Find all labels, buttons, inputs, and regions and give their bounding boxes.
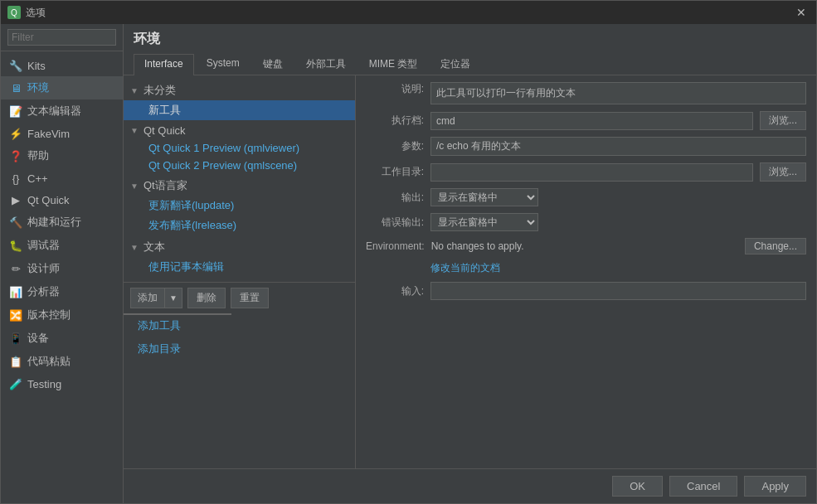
workdir-row: 工作目录: 浏览... — [366, 162, 806, 182]
tree-section-header-qtquick[interactable]: ▼ Qt Quick — [124, 122, 355, 139]
tree-arrow-linguist: ▼ — [130, 182, 140, 191]
tab-system[interactable]: System — [196, 53, 250, 75]
sidebar-item-label-analyzer: 分析器 — [27, 284, 60, 299]
error-row: 错误输出: 显示在窗格中 — [366, 213, 806, 231]
close-button[interactable]: ✕ — [793, 4, 810, 21]
tree-section-header-unclassified[interactable]: ▼ 未分类 — [124, 80, 355, 100]
output-label: 输出: — [366, 191, 424, 205]
tree-arrow-text: ▼ — [130, 243, 140, 252]
sidebar-item-label-codepaste: 代码粘贴 — [27, 354, 71, 369]
description-row: 说明: 此工具可以打印一行有用的文本 — [366, 82, 806, 104]
tree-section-label-unclassified: 未分类 — [143, 83, 176, 98]
devices-icon: 📱 — [9, 332, 22, 345]
tree-section-header-text[interactable]: ▼ 文本 — [124, 237, 355, 257]
page-title: 环境 — [134, 31, 806, 48]
tab-interface[interactable]: Interface — [134, 54, 194, 75]
tree-section-label-qtquick: Qt Quick — [143, 124, 186, 137]
qtquick-icon: ▶ — [9, 193, 22, 206]
args-value[interactable]: /c echo 有用的文本 — [430, 137, 806, 156]
sidebar-item-build[interactable]: 🔨 构建和运行 — [1, 211, 123, 234]
input-label: 输入: — [366, 284, 424, 298]
error-select[interactable]: 显示在窗格中 — [430, 213, 538, 231]
tab-mime[interactable]: MIME 类型 — [358, 53, 429, 75]
args-text: /c echo 有用的文本 — [436, 139, 521, 153]
tree-item-newtool[interactable]: 新工具 — [124, 100, 355, 120]
tab-keyboard[interactable]: 键盘 — [252, 53, 294, 75]
sidebar-item-help[interactable]: ❓ 帮助 — [1, 144, 123, 167]
debugger-icon: 🐛 — [9, 239, 22, 252]
sidebar-item-label-qtquick: Qt Quick — [27, 194, 70, 206]
input-row: 输入: — [366, 282, 806, 300]
sidebar-item-fakevim[interactable]: ⚡ FakeVim — [1, 123, 123, 144]
kits-icon: 🔧 — [9, 59, 22, 72]
cpp-icon: {} — [9, 172, 22, 185]
tab-external[interactable]: 外部工具 — [295, 53, 357, 75]
content-body: ▼ 未分类 新工具 ▼ Qt Quick Qt Quick 1 Preview … — [124, 75, 816, 468]
dialog-footer: OK Cancel Apply — [124, 468, 816, 503]
dropdown-item-addtool[interactable]: 添加工具 — [124, 314, 231, 337]
env-icon: 🖥 — [9, 81, 22, 94]
content-area: 环境 Interface System 键盘 外部工具 MIME 类型 定位器 — [124, 24, 816, 503]
sidebar-filter-area — [1, 24, 123, 51]
input-field[interactable] — [430, 282, 806, 300]
change-button[interactable]: Change... — [745, 238, 806, 254]
output-select[interactable]: 显示在窗格中 — [430, 188, 538, 206]
tab-locator[interactable]: 定位器 — [430, 53, 481, 75]
browse-button-1[interactable]: 浏览... — [760, 111, 806, 130]
description-label: 说明: — [366, 82, 424, 96]
add-button-main[interactable]: 添加 — [130, 288, 164, 308]
analyzer-icon: 📊 — [9, 285, 22, 298]
dropdown-item-adddir[interactable]: 添加目录 — [124, 337, 231, 361]
codepaste-icon: 📋 — [9, 355, 22, 368]
tree-footer-wrapper: 添加工具 添加目录 添加 ▼ 删除 重置 — [124, 282, 355, 313]
sidebar-item-qtquick[interactable]: ▶ Qt Quick — [1, 189, 123, 211]
executable-value[interactable]: cmd — [430, 112, 753, 130]
sidebar-item-env[interactable]: 🖥 环境 — [1, 76, 123, 99]
modify-link[interactable]: 修改当前的文档 — [430, 262, 500, 274]
tree-section-linguist: ▼ Qt语言家 更新翻译(lupdate) 发布翻译(lrelease) — [124, 176, 355, 235]
sidebar-item-vcs[interactable]: 🔀 版本控制 — [1, 303, 123, 327]
sidebar-item-cpp[interactable]: {} C++ — [1, 167, 123, 189]
executable-label: 执行档: — [366, 114, 424, 128]
tree-item-lupdate[interactable]: 更新翻译(lupdate) — [124, 196, 355, 216]
sidebar-item-editor[interactable]: 📝 文本编辑器 — [1, 99, 123, 123]
reset-button[interactable]: 重置 — [231, 288, 269, 308]
output-row: 输出: 显示在窗格中 — [366, 188, 806, 206]
delete-button[interactable]: 删除 — [187, 288, 226, 308]
sidebar-item-testing[interactable]: 🧪 Testing — [1, 373, 123, 395]
sidebar-item-codepaste[interactable]: 📋 代码粘贴 — [1, 350, 123, 373]
tree-item-lrelease[interactable]: 发布翻译(lrelease) — [124, 216, 355, 235]
content-header: 环境 Interface System 键盘 外部工具 MIME 类型 定位器 — [124, 24, 816, 75]
add-split-button: 添加 ▼ — [130, 288, 182, 308]
error-label: 错误输出: — [366, 216, 424, 230]
sidebar-item-devices[interactable]: 📱 设备 — [1, 327, 123, 350]
sidebar-item-analyzer[interactable]: 📊 分析器 — [1, 280, 123, 303]
tree-section-header-linguist[interactable]: ▼ Qt语言家 — [124, 176, 355, 196]
vcs-icon: 🔀 — [9, 308, 22, 322]
workdir-value[interactable] — [430, 163, 753, 182]
sidebar-item-debugger[interactable]: 🐛 调试器 — [1, 234, 123, 257]
apply-button[interactable]: Apply — [744, 476, 806, 497]
help-icon: ❓ — [9, 149, 22, 162]
tree-item-qtquick1[interactable]: Qt Quick 1 Preview (qmlviewer) — [124, 139, 355, 157]
add-button-arrow[interactable]: ▼ — [164, 288, 182, 308]
browse-button-2[interactable]: 浏览... — [760, 162, 806, 182]
details-panel: 说明: 此工具可以打印一行有用的文本 执行档: cmd 浏览... 参数: — [356, 75, 816, 468]
tree-item-notepad[interactable]: 使用记事本编辑 — [124, 257, 355, 277]
sidebar-item-label-env: 环境 — [27, 80, 49, 95]
designer-icon: ✏ — [9, 262, 22, 275]
tree-item-qtquick2[interactable]: Qt Quick 2 Preview (qmlscene) — [124, 157, 355, 174]
sidebar-item-label-fakevim: FakeVim — [27, 128, 70, 140]
sidebar: 🔧 Kits 🖥 环境 📝 文本编辑器 ⚡ FakeVim ❓ 帮助 — [1, 24, 124, 503]
sidebar-item-label-kits: Kits — [27, 60, 46, 72]
sidebar-item-designer[interactable]: ✏ 设计师 — [1, 257, 123, 280]
sidebar-item-label-designer: 设计师 — [27, 261, 60, 276]
cancel-button[interactable]: Cancel — [669, 476, 737, 497]
ok-button[interactable]: OK — [612, 476, 663, 497]
filter-input[interactable] — [7, 29, 116, 46]
tree-arrow-unclassified: ▼ — [130, 86, 140, 95]
fakevim-icon: ⚡ — [9, 127, 22, 140]
sidebar-item-kits[interactable]: 🔧 Kits — [1, 55, 123, 76]
sidebar-items: 🔧 Kits 🖥 环境 📝 文本编辑器 ⚡ FakeVim ❓ 帮助 — [1, 51, 123, 503]
app-icon: Q — [7, 6, 21, 19]
